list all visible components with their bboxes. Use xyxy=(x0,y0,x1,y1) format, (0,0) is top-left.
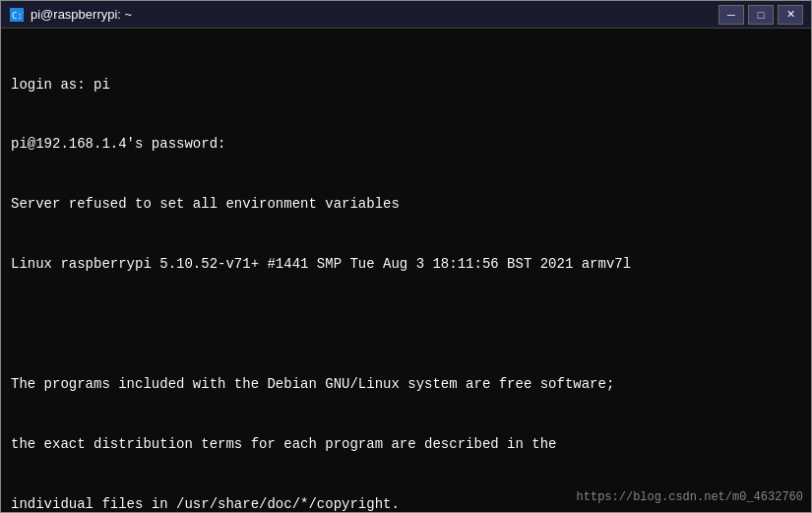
line-login: login as: pi xyxy=(11,75,801,95)
svg-text:C:\: C:\ xyxy=(12,11,24,21)
empty-line-1 xyxy=(11,314,801,334)
line-password: pi@192.168.1.4's password: xyxy=(11,134,801,154)
terminal-icon: C:\ xyxy=(9,7,25,23)
terminal-window: C:\ pi@raspberrypi: ~ ─ □ ✕ login as: pi… xyxy=(0,0,812,513)
title-bar-text: pi@raspberrypi: ~ xyxy=(31,7,718,22)
maximize-button[interactable]: □ xyxy=(748,5,774,25)
title-bar: C:\ pi@raspberrypi: ~ ─ □ ✕ xyxy=(1,1,811,29)
terminal-content: login as: pi pi@192.168.1.4's password: … xyxy=(11,34,801,512)
watermark: https://blog.csdn.net/m0_4632760 xyxy=(577,490,803,504)
line-programs-2: the exact distribution terms for each pr… xyxy=(11,434,801,454)
close-button[interactable]: ✕ xyxy=(778,5,803,25)
line-server-refused: Server refused to set all environment va… xyxy=(11,194,801,214)
terminal-body[interactable]: login as: pi pi@192.168.1.4's password: … xyxy=(1,29,811,512)
title-bar-controls: ─ □ ✕ xyxy=(718,5,803,25)
minimize-button[interactable]: ─ xyxy=(718,5,744,25)
line-programs-1: The programs included with the Debian GN… xyxy=(11,374,801,394)
line-linux-version: Linux raspberrypi 5.10.52-v71+ #1441 SMP… xyxy=(11,254,801,274)
